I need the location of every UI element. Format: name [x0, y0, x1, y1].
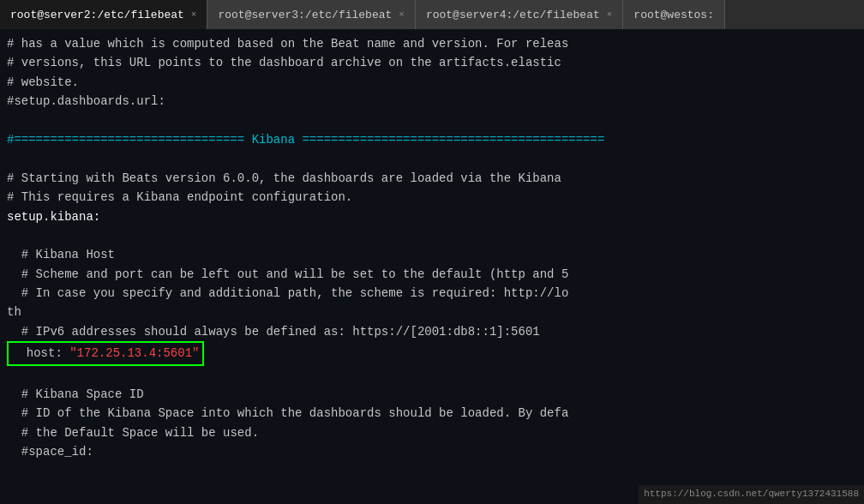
tab-server4-close[interactable]: × — [607, 10, 613, 20]
tab-server2[interactable]: root@server2:/etc/filebeat × — [0, 0, 207, 29]
line-22: #space_id: — [0, 442, 864, 461]
line-5 — [0, 111, 864, 130]
tab-server3[interactable]: root@server3:/etc/filebeat × — [207, 0, 415, 29]
tab-server3-close[interactable]: × — [399, 10, 405, 20]
host-value: "172.25.13.4:5601" — [69, 346, 199, 360]
line-16: # IPv6 addresses should always be define… — [0, 322, 864, 341]
tab-server2-close[interactable]: × — [191, 10, 197, 20]
line-20: # ID of the Kibana Space into which the … — [0, 404, 864, 423]
line-3: # website. — [0, 73, 864, 92]
line-11 — [0, 226, 864, 245]
tab-server3-label: root@server3:/etc/filebeat — [218, 9, 392, 21]
editor-content: # has a value which is computed based on… — [0, 29, 864, 504]
line-14: # In case you specify and additional pat… — [0, 284, 864, 303]
line-4: #setup.dashboards.url: — [0, 92, 864, 111]
line-18 — [0, 366, 864, 385]
status-url: https://blog.csdn.net/qwerty1372431588 — [644, 489, 859, 499]
line-7 — [0, 149, 864, 168]
line-host: host: "172.25.13.4:5601" — [7, 341, 204, 365]
line-15: th — [0, 303, 864, 321]
line-12: # Kibana Host — [0, 245, 864, 264]
line-19: # Kibana Space ID — [0, 385, 864, 404]
tab-server2-label: root@server2:/etc/filebeat — [10, 9, 184, 21]
status-bar: https://blog.csdn.net/qwerty1372431588 — [639, 485, 864, 504]
line-8: # Starting with Beats version 6.0.0, the… — [0, 169, 864, 188]
tab-server4-label: root@server4:/etc/filebeat — [426, 9, 600, 21]
tab-bar: root@server2:/etc/filebeat × root@server… — [0, 0, 864, 29]
line-1: # has a value which is computed based on… — [0, 34, 864, 53]
line-10: setup.kibana: — [0, 207, 864, 226]
tab-server4[interactable]: root@server4:/etc/filebeat × — [416, 0, 623, 29]
line-2: # versions, this URL points to the dashb… — [0, 53, 864, 72]
line-9: # This requires a Kibana endpoint config… — [0, 188, 864, 207]
tab-westos[interactable]: root@westos: — [623, 0, 725, 29]
line-separator: #================================ Kibana… — [0, 130, 864, 149]
line-13: # Scheme and port can be left out and wi… — [0, 265, 864, 284]
tab-westos-label: root@westos: — [633, 9, 714, 21]
line-21: # the Default Space will be used. — [0, 423, 864, 442]
